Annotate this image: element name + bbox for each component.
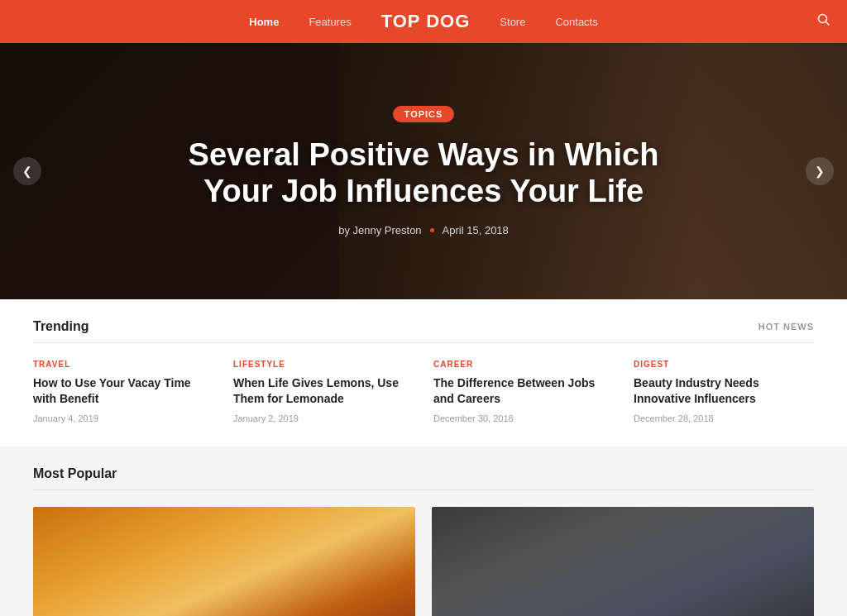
popular-card-2[interactable] <box>432 507 814 616</box>
trending-grid: TRAVEL How to Use Your Vacay Time with B… <box>33 360 814 423</box>
svg-point-0 <box>819 15 827 23</box>
nav-features[interactable]: Features <box>309 16 351 28</box>
site-header: Home Features TOP DOG Store Contacts <box>0 0 847 43</box>
trending-article-title-3: Beauty Industry Needs Innovative Influen… <box>634 375 814 407</box>
hero-section: ❮ TOPICS Several Positive Ways in Which … <box>0 43 847 299</box>
trending-item-0[interactable]: TRAVEL How to Use Your Vacay Time with B… <box>33 360 213 423</box>
main-nav: Home Features TOP DOG Store Contacts <box>249 11 597 32</box>
most-popular-title: Most Popular <box>33 466 117 481</box>
topics-badge: TOPICS <box>393 106 455 122</box>
site-logo: TOP DOG <box>381 11 471 32</box>
most-popular-header: Most Popular <box>33 466 814 490</box>
trending-cat-2: CAREER <box>433 360 614 369</box>
trending-item-2[interactable]: CAREER The Difference Between Jobs and C… <box>433 360 614 423</box>
popular-card-1[interactable] <box>33 507 415 616</box>
hero-author: by Jenny Preston <box>338 224 421 236</box>
search-icon[interactable] <box>817 13 830 30</box>
hero-next-button[interactable]: ❯ <box>806 157 834 185</box>
trending-date-0: January 4, 2019 <box>33 413 213 423</box>
popular-grid <box>33 507 814 616</box>
trending-title: Trending <box>33 319 89 334</box>
trending-item-1[interactable]: LIFESTYLE When Life Gives Lemons, Use Th… <box>233 360 414 423</box>
hero-content: TOPICS Several Positive Ways in Which Yo… <box>142 106 705 236</box>
svg-line-1 <box>826 22 830 26</box>
nav-home[interactable]: Home <box>249 16 279 28</box>
trending-header: Trending HOT NEWS <box>33 319 814 343</box>
nav-contacts[interactable]: Contacts <box>555 16 597 28</box>
meta-dot <box>430 228 434 232</box>
popular-card-2-image <box>432 507 814 616</box>
most-popular-section: Most Popular <box>0 446 847 616</box>
hero-date: April 15, 2018 <box>443 224 509 236</box>
trending-item-3[interactable]: DIGEST Beauty Industry Needs Innovative … <box>634 360 814 423</box>
trending-date-2: December 30, 2018 <box>433 413 614 423</box>
trending-article-title-1: When Life Gives Lemons, Use Them for Lem… <box>233 375 414 407</box>
hot-news-label: HOT NEWS <box>758 322 814 332</box>
hero-meta: by Jenny Preston April 15, 2018 <box>159 224 688 236</box>
trending-article-title-0: How to Use Your Vacay Time with Benefit <box>33 375 213 407</box>
trending-section: Trending HOT NEWS TRAVEL How to Use Your… <box>0 299 847 446</box>
trending-cat-0: TRAVEL <box>33 360 213 369</box>
hero-prev-button[interactable]: ❮ <box>13 157 41 185</box>
hero-title: Several Positive Ways in Which Your Job … <box>159 137 688 209</box>
trending-cat-3: DIGEST <box>634 360 814 369</box>
trending-cat-1: LIFESTYLE <box>233 360 414 369</box>
trending-article-title-2: The Difference Between Jobs and Careers <box>433 375 614 407</box>
popular-card-1-image <box>33 507 415 616</box>
trending-date-3: December 28, 2018 <box>634 413 814 423</box>
nav-store[interactable]: Store <box>500 16 525 28</box>
trending-date-1: January 2, 2019 <box>233 413 414 423</box>
